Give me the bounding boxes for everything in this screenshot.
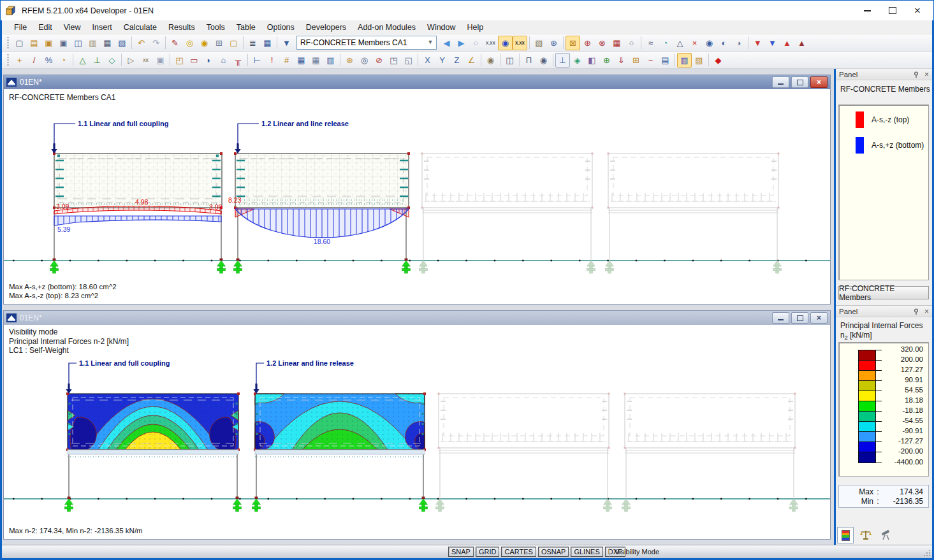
contour-plot-frame1[interactable] xyxy=(66,392,240,451)
tab-color-scale[interactable] xyxy=(837,527,854,543)
drop-tool-icon[interactable]: ◗ xyxy=(201,53,216,68)
show-solids-icon[interactable]: ◧ xyxy=(585,53,599,68)
window1-close-icon[interactable]: × xyxy=(810,76,828,88)
status-toggle-button[interactable]: GLINES xyxy=(571,547,602,557)
dimension-flag-icon[interactable]: ▷ xyxy=(124,53,138,68)
show-results-icon[interactable]: ◉ xyxy=(498,36,513,50)
corner-tool-icon[interactable]: ◰ xyxy=(172,53,187,68)
move-copy-icon[interactable]: ⊠ xyxy=(566,36,580,50)
menu-item[interactable]: Help xyxy=(462,22,490,33)
camera-view-icon[interactable]: ◉ xyxy=(483,53,498,68)
partial-view-icon[interactable]: ⊞ xyxy=(629,53,643,68)
menu-item[interactable]: Developers xyxy=(300,22,352,33)
window2-restore-icon[interactable] xyxy=(791,312,808,324)
import-down2-icon[interactable]: ▼ xyxy=(765,36,780,50)
rf-concrete-members-button[interactable]: RF-CONCRETE Members xyxy=(838,286,929,299)
menu-item[interactable]: Edit xyxy=(33,22,58,33)
member-division-icon[interactable]: ⊥ xyxy=(90,53,105,68)
model-view-1[interactable]: 3.09 4.98 3.09 5.39 xyxy=(4,89,830,304)
find-object-icon[interactable]: ○ xyxy=(624,36,639,50)
menu-item[interactable]: Table xyxy=(231,22,261,33)
window2-canvas[interactable]: Visibility mode Principal Internal Force… xyxy=(4,325,830,539)
window1-minimize-icon[interactable] xyxy=(772,76,789,88)
search-icon[interactable]: ○ xyxy=(469,36,483,50)
insert-surface-icon[interactable]: ◇ xyxy=(105,53,119,68)
minimize-icon[interactable] xyxy=(864,10,871,11)
menu-item[interactable]: Calculate xyxy=(118,22,163,33)
panel2-close-icon[interactable]: × xyxy=(924,307,929,316)
maximize-icon[interactable] xyxy=(889,7,896,14)
export-up-icon[interactable]: ▲ xyxy=(780,36,794,50)
insert-member-icon[interactable]: △ xyxy=(75,53,90,68)
measure-icon[interactable]: ▧ xyxy=(532,36,546,50)
control-panel-icon[interactable]: ▥ xyxy=(677,53,692,68)
view-y-icon[interactable]: Y xyxy=(435,53,449,68)
title-bar[interactable]: RFEM 5.21.00 x64 Developer - 01EN × xyxy=(1,1,933,20)
menu-item[interactable]: View xyxy=(58,22,87,33)
import-down-icon[interactable]: ▼ xyxy=(750,36,765,50)
section-line-icon[interactable]: ~ xyxy=(643,53,658,68)
edit-pencil-icon[interactable]: ✎ xyxy=(168,36,182,50)
frame2-wall[interactable] xyxy=(234,152,410,209)
model-view-2[interactable]: 1.1 Linear and full coupling 1.2 Linear … xyxy=(4,325,830,539)
zoom-out-icon[interactable]: ⊘ xyxy=(372,53,386,68)
display-settings-icon[interactable]: ▨ xyxy=(692,53,706,68)
view-xz-icon[interactable]: ∠ xyxy=(464,53,479,68)
menu-item[interactable]: Tools xyxy=(201,22,231,33)
import-model-icon[interactable]: ▣ xyxy=(56,36,71,50)
rotate-view-icon[interactable]: ◔ xyxy=(658,36,673,50)
release-tool-icon[interactable]: ! xyxy=(265,53,279,68)
export-up2-icon[interactable]: ▲ xyxy=(794,36,809,50)
rect-opening-icon[interactable]: ▭ xyxy=(187,53,201,68)
view-iso-icon[interactable]: ◱ xyxy=(401,53,416,68)
view-3d-icon[interactable]: ◳ xyxy=(386,53,401,68)
nav-back-icon[interactable]: ◀ xyxy=(439,36,454,50)
connect-member-icon[interactable]: ⊢ xyxy=(250,53,265,68)
panel1-header[interactable]: Panel × xyxy=(836,69,932,80)
mirror-copy-icon[interactable]: ⊗ xyxy=(595,36,609,50)
toolbar-grip[interactable] xyxy=(7,37,9,48)
insert-node-icon[interactable]: + xyxy=(12,53,27,68)
delete-object-icon[interactable]: × xyxy=(687,36,702,50)
pin-icon[interactable] xyxy=(914,308,920,315)
nav-forward-icon[interactable]: ▶ xyxy=(454,36,469,50)
table-2-icon[interactable]: ▦ xyxy=(309,53,323,68)
print-preview-icon[interactable]: ▧ xyxy=(115,36,129,50)
module-case-combobox[interactable]: RF-CONCRETE Members CA1 ▼ xyxy=(296,36,437,50)
status-toggle-button[interactable]: CARTES xyxy=(501,547,536,557)
clip-box-icon[interactable]: ◫ xyxy=(502,53,517,68)
save-icon[interactable]: ◫ xyxy=(71,36,85,50)
visibility-eye-icon[interactable]: ◉ xyxy=(536,53,551,68)
window1-title-bar[interactable]: 01EN* × xyxy=(4,75,830,89)
window2-title-bar[interactable]: 01EN* × xyxy=(4,311,830,325)
clipboard-icon[interactable]: ▥ xyxy=(85,36,100,50)
goto-module-icon[interactable]: ▼ xyxy=(279,36,294,50)
show-supports-icon[interactable]: ⊕ xyxy=(599,53,614,68)
window1-canvas[interactable]: RF-CONCRETE Members CA1 Max A-s,+z (bott… xyxy=(4,89,830,304)
toolbar-grip[interactable] xyxy=(7,54,9,66)
resize-grip[interactable] xyxy=(923,549,931,557)
zoom-window-icon[interactable]: ◎ xyxy=(357,53,372,68)
panel1-close-icon[interactable]: × xyxy=(924,70,929,79)
spreadsheet-icon[interactable]: ▦ xyxy=(260,36,275,50)
visual-object-icon[interactable]: Π xyxy=(522,53,536,68)
module-gears-icon[interactable]: ◑ xyxy=(731,36,746,50)
show-surfaces-icon[interactable]: ◈ xyxy=(570,53,585,68)
menu-item[interactable]: Results xyxy=(163,22,201,33)
new-view-icon[interactable]: ▢ xyxy=(226,36,241,50)
panel2-header[interactable]: Panel × xyxy=(836,306,932,317)
open-folder-icon[interactable]: ▤ xyxy=(27,36,41,50)
window1-restore-icon[interactable] xyxy=(791,76,808,88)
rotate-copy-icon[interactable]: ⊕ xyxy=(580,36,595,50)
connect-lines-icon[interactable]: ≈ xyxy=(643,36,658,50)
show-loads-icon[interactable]: ⇓ xyxy=(614,53,629,68)
shield-tool-icon[interactable]: ⌂ xyxy=(216,53,231,68)
window2-close-icon[interactable]: × xyxy=(810,312,828,324)
star-grid-icon[interactable]: ⊛ xyxy=(546,36,561,50)
menu-item[interactable]: Window xyxy=(421,22,461,33)
show-axes-icon[interactable]: ⊥ xyxy=(555,53,570,68)
table-3-icon[interactable]: ▥ xyxy=(323,53,338,68)
pick-object-icon[interactable]: ⊞ xyxy=(212,36,226,50)
menu-item[interactable]: File xyxy=(8,22,33,33)
support-tool-icon[interactable]: ╥ xyxy=(231,53,245,68)
